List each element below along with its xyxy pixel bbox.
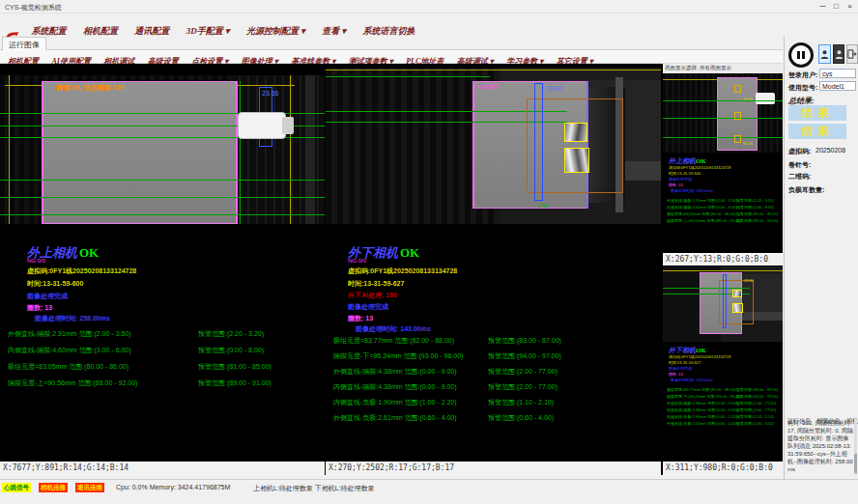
pixel-coord-status: X:270;Y:2502;R:17;G:17;B:17 (326, 462, 661, 475)
minimize-button[interactable]: ─ (816, 1, 829, 13)
thumb-row: 内侧直线-负极:1.90mm 范围:(1.00 - 2.20) (667, 414, 737, 419)
defect-box-1 (564, 123, 587, 142)
defect-box-1 (732, 290, 742, 297)
measure-row: 极组宽度=83.77mm 范围:(82.00 - 88.00) (333, 336, 454, 346)
thumb-proc-time: 图像处理时间: 143.00ms (671, 378, 713, 382)
login-user-field[interactable]: cys (819, 69, 856, 78)
thumb-warn: 预警范围:(83.00 - 87.00) (736, 387, 778, 392)
thumb-display-selector[interactable]: 画面显示选择: 所有画面显示 (663, 64, 783, 73)
thumb-pixel-status: X:311;Y:980;R:0;G:0;B:0 (663, 462, 783, 475)
title-bar: CYS-视觉检测系统 ─ □ × (0, 0, 858, 14)
thumb-warn: 预警范围:(81.00 - 85.00) (736, 211, 778, 216)
ng-counter: NG:0/0 (27, 258, 45, 264)
thumb-warn: 预警范围:(2.20 - 3.20) (736, 198, 774, 203)
ai-time-line: 外下AI处理: 166 (348, 291, 397, 300)
thumb-warn: 预警范围:(0.00 - 8.00) (736, 205, 774, 210)
cpu-memory-status: Cpu: 0.0% Memory: 3424.41796875M (116, 484, 230, 490)
calib-vline-right (290, 75, 291, 224)
left-camera-image[interactable]: 阈值:93, 动态阈值:100 23.66 (0, 75, 325, 224)
warn-range: 预警范围:(0.60 - 4.00) (488, 413, 554, 423)
roi-edge-left (472, 81, 474, 209)
roi-edge-left (42, 81, 43, 224)
result-box-upper: 结果 (788, 105, 846, 121)
ok-status: OK (400, 245, 419, 260)
login-user-button[interactable] (818, 44, 831, 64)
measure-row: 隔膜宽度-上=90.56mm 范围:(88.00 - 92.00) (8, 378, 137, 388)
calib-hline (663, 270, 783, 271)
measure-hline-5 (0, 197, 325, 198)
thumb-row: 极组宽度=83.05mm 范围:(80.00 - 86.00) (667, 211, 735, 216)
done-line: 图像处理完成 (348, 302, 388, 312)
logout-button[interactable] (846, 44, 858, 64)
left-camera-panel: 阈值:93, 动态阈值:100 23.66 外上相机OK NG:0/0 虚拟码:… (0, 64, 325, 475)
model-field[interactable]: Model1 (819, 81, 856, 91)
operator-button[interactable] (833, 44, 844, 64)
status-bar: 心跳信号 相机连接 通讯连接 Cpu: 0.0% Memory: 3424.41… (0, 479, 858, 494)
thumb-upper-camera-image[interactable]: 23.66 90.56 (663, 73, 783, 153)
thumb-proc-time: 图像处理时间: 258.00ms (671, 188, 713, 193)
pin-label: 卷针号: (788, 160, 811, 170)
thumb-row: 极组宽度=83.77mm 范围:(82.00 - 88.00) (667, 387, 735, 392)
heartbeat-badge: 心跳信号 (2, 483, 31, 492)
thumb-turns: 圈数: 13 (669, 182, 683, 187)
measure-hline (663, 100, 783, 101)
log-scrollbar-thumb[interactable] (854, 454, 857, 473)
thumb-lower-camera-image[interactable]: 28.80 (663, 266, 783, 342)
exit-door-icon (847, 49, 857, 59)
thumb-row: 内侧直线-隔膜:4.38mm 范围:(0.00 - 9.00) (667, 407, 737, 412)
camera-link-badge: 相机连接 (39, 483, 68, 492)
thumb-time: 时间:13-31-59-627 (669, 360, 701, 365)
measure-row: 内侧直线-隔膜:4.38mm 范围:(0.00 - 9.00) (333, 382, 457, 392)
thumb-row: 内侧直线-隔膜:4.60mm 范围:(3.00 - 6.00) (667, 205, 737, 210)
tabcount-label: 负极耳数量: (788, 185, 824, 195)
thumb-warn: 预警范围:(89.00 - 91.00) (736, 218, 778, 223)
proc-time-line: 图像处理时间: 258.00ms (35, 314, 110, 323)
threshold-overlay-text: 阈值:93, 动态阈值:100 (56, 83, 124, 93)
marker-box (734, 112, 741, 120)
measure-hline (663, 118, 783, 119)
tab-run-image[interactable]: 运行图像 (2, 37, 46, 50)
warn-range: 预警范围:(2.00 - 77.00) (488, 367, 558, 377)
connector-tip (282, 117, 294, 134)
thumb-row: 隔膜宽度-上=90.56mm 范围:(88.00 - 92.00) (667, 218, 741, 223)
measure-hline-6 (0, 214, 325, 215)
middle-camera-image[interactable]: AI检测区 28.80 1.90 (326, 68, 661, 224)
barcode-line: 虚拟码:0FY1线20250208133124728 (27, 266, 136, 276)
thumb-warn: 预警范围:(94.00 - 97.00) (736, 394, 778, 399)
thumb-warn: 预警范围:(2.00 - 77.00) (736, 407, 776, 412)
edge-vline (240, 81, 241, 224)
menu-bar: 系统配置 相机配置 通讯配置 3D手配置 ▾ 光源控制配置 ▾ 查看 ▾ 系统语… (0, 14, 858, 37)
warn-range: 预警范围:(2.00 - 77.00) (488, 382, 558, 392)
ok-status: OK (696, 347, 706, 354)
measure-hline-4 (0, 180, 325, 181)
measure-box (723, 274, 727, 328)
thumbnail-column: 画面显示选择: 所有画面显示 23.66 90.56 外上相机OK 虚拟码:0F… (663, 64, 783, 475)
warn-range: 预警范围:(94.00 - 97.00) (488, 351, 561, 361)
calib-vline-left (9, 75, 10, 224)
pause-button[interactable] (788, 42, 814, 68)
camera-name: 外上相机 (669, 157, 696, 165)
thumb-measure-label: 28.80 (744, 278, 754, 283)
measure-box (534, 83, 543, 201)
toolbar: 相机配置 AI使用配置 相机调试 高级设置 点检设置 ▾ 图像处理 ▾ 基准线参… (0, 50, 783, 64)
measure-row: 外侧直线-隔膜:2.91mm 范围:(2.00 - 3.50) (8, 329, 131, 339)
warn-range: 预警范围:(0.00 - 8.00) (198, 346, 264, 355)
maximize-button[interactable]: □ (830, 1, 843, 13)
calib-hline-top (326, 70, 661, 70)
user-icon (820, 49, 829, 60)
marker-box (734, 135, 741, 143)
thumb-row: 外侧直线-隔膜:4.38mm 范围:(0.00 - 9.00) (667, 401, 737, 406)
edge-hline (326, 76, 490, 77)
measure-row: 内侧直线-隔膜:4.60mm 范围:(3.00 - 6.00) (8, 346, 131, 355)
model-label: 使用型号: (788, 83, 817, 93)
run-log-text: 耗时: 222, 间隔检测耗时: 17, 间隔分宽耗时: 0, 间隔提取分区耗时… (787, 419, 853, 475)
thumb-measure-label: 90.56 (743, 141, 753, 146)
defect-box-2 (732, 303, 743, 313)
log-scrollbar[interactable] (854, 419, 857, 475)
measure-value-label-2: 1.90 (537, 203, 549, 209)
warn-range: 预警范围:(1.10 - 2.10) (488, 398, 554, 407)
measure-row: 隔膜宽度-下=95.24mm 范围:(93.00 - 96.00) (333, 351, 463, 361)
close-button[interactable]: × (844, 1, 856, 13)
thumb-row: 外侧直线-隔膜:2.91mm 范围:(2.00 - 3.50) (667, 198, 737, 203)
warn-range: 预警范围:(83.00 - 87.00) (488, 336, 561, 346)
